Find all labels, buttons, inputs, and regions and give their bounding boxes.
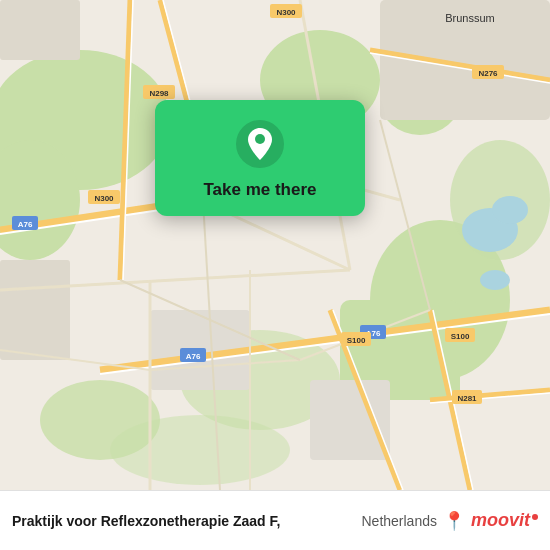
country-name: Netherlands	[361, 513, 437, 529]
svg-text:A76: A76	[186, 352, 201, 361]
svg-text:A76: A76	[18, 220, 33, 229]
svg-text:S100: S100	[347, 336, 366, 345]
take-me-there-button[interactable]: Take me there	[203, 180, 316, 200]
moovit-brand-text: moovit	[471, 510, 530, 531]
svg-point-13	[480, 270, 510, 290]
svg-point-10	[110, 415, 290, 485]
map-container: A76 N298 N300 N300 N276 A76 A76 S100 S10…	[0, 0, 550, 490]
svg-rect-18	[310, 380, 390, 460]
svg-rect-15	[0, 0, 80, 60]
location-name: Praktijk voor Reflexzonetherapie Zaad F,	[12, 513, 357, 529]
location-pin-icon	[236, 120, 284, 168]
moovit-logo: moovit	[471, 510, 538, 531]
svg-text:N281: N281	[457, 394, 477, 403]
svg-rect-17	[0, 260, 70, 360]
svg-text:Brunssum: Brunssum	[445, 12, 495, 24]
location-pin-emoji: 📍	[443, 510, 465, 532]
svg-text:N300: N300	[94, 194, 114, 203]
directions-card: Take me there	[155, 100, 365, 216]
moovit-dot	[532, 514, 538, 520]
svg-point-12	[492, 196, 528, 224]
svg-point-69	[255, 134, 265, 144]
svg-text:N300: N300	[276, 8, 296, 17]
bottom-bar: Praktijk voor Reflexzonetherapie Zaad F,…	[0, 490, 550, 550]
svg-text:N298: N298	[149, 89, 169, 98]
svg-text:N276: N276	[478, 69, 498, 78]
svg-text:S100: S100	[451, 332, 470, 341]
